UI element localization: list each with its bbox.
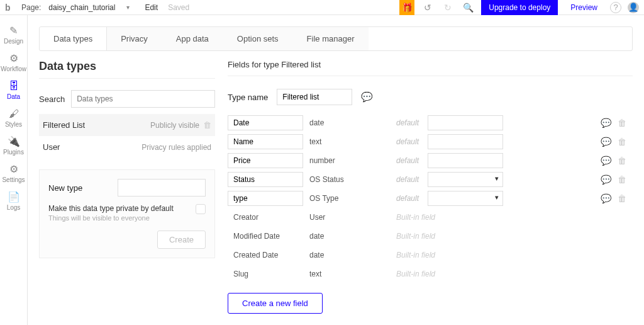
- comment-icon[interactable]: 💬: [361, 91, 373, 103]
- rail-label: Workflow: [1, 66, 26, 72]
- field-type: User: [309, 213, 396, 222]
- rail-item-plugins[interactable]: 🔌Plugins: [0, 132, 28, 160]
- page-name[interactable]: daisy_chain_tutorial: [48, 3, 115, 12]
- field-name-input[interactable]: [228, 172, 303, 187]
- create-field-button[interactable]: Create a new field: [228, 293, 323, 314]
- default-label: default: [396, 118, 428, 127]
- rail-item-logs[interactable]: 📄Logs: [0, 188, 28, 215]
- rail-label: Plugins: [3, 149, 24, 156]
- field-row: numberdefault💬🗑: [228, 152, 633, 169]
- preview-link[interactable]: Preview: [564, 3, 604, 12]
- field-type: text: [309, 137, 396, 146]
- field-type: date: [309, 232, 396, 241]
- builtin-field-row: SlugtextBuilt-in field: [228, 265, 633, 283]
- field-default-input[interactable]: [428, 115, 503, 130]
- private-checkbox[interactable]: [196, 204, 206, 214]
- search-top-icon[interactable]: 🔍: [461, 1, 475, 14]
- comment-icon[interactable]: 💬: [601, 118, 611, 128]
- type-name: Filtered List: [43, 120, 85, 130]
- rail-item-design[interactable]: ✎Design: [0, 21, 28, 49]
- rail-item-settings[interactable]: ⚙Settings: [0, 160, 28, 188]
- undo-icon[interactable]: ↺: [421, 1, 435, 14]
- redo-icon[interactable]: ↻: [441, 1, 455, 14]
- tab-data-types[interactable]: Data types: [40, 27, 107, 50]
- typename-input[interactable]: [277, 89, 352, 105]
- data-tabs: Data typesPrivacyApp dataOption setsFile…: [39, 26, 633, 51]
- field-name: Created Date: [228, 251, 309, 259]
- trash-icon[interactable]: 🗑: [618, 118, 626, 128]
- fields-title: Fields for type Filtered list: [228, 60, 633, 76]
- page-prefix: Page:: [21, 3, 41, 12]
- field-default-select[interactable]: [428, 172, 503, 187]
- edit-menu[interactable]: Edit: [145, 3, 158, 12]
- design-icon: ✎: [9, 26, 18, 36]
- field-name-input[interactable]: [228, 153, 303, 168]
- private-label: Make this data type private by default: [48, 204, 174, 213]
- builtin-field-row: Created DatedateBuilt-in field: [228, 246, 633, 264]
- create-type-button[interactable]: Create: [157, 231, 206, 249]
- new-type-input[interactable]: [118, 179, 206, 197]
- field-name: Creator: [228, 213, 309, 222]
- rail-label: Design: [4, 38, 23, 45]
- rail-item-styles[interactable]: 🖌Styles: [0, 105, 28, 132]
- field-name-input[interactable]: [228, 191, 303, 206]
- trash-icon[interactable]: 🗑: [618, 156, 626, 166]
- rail-label: Logs: [7, 204, 21, 211]
- left-rail: ✎Design⚙Workflow🗄Data🖌Styles🔌Plugins⚙Set…: [0, 15, 28, 325]
- field-default-select[interactable]: [428, 191, 503, 206]
- default-label: default: [396, 137, 428, 146]
- type-meta: Publicly visible 🗑: [150, 120, 211, 130]
- tab-file-manager[interactable]: File manager: [293, 27, 369, 50]
- builtin-label: Built-in field: [396, 251, 435, 259]
- tab-app-data[interactable]: App data: [162, 27, 223, 50]
- field-type: number: [309, 156, 396, 165]
- tab-privacy[interactable]: Privacy: [107, 27, 162, 50]
- field-type: date: [309, 118, 396, 127]
- field-type: date: [309, 251, 396, 259]
- plugins-icon: 🔌: [8, 137, 20, 147]
- comment-icon[interactable]: 💬: [601, 174, 611, 185]
- rail-label: Styles: [5, 121, 22, 128]
- typename-label: Type name: [228, 93, 268, 102]
- types-panel: Data types Search Filtered ListPublicly …: [39, 60, 215, 314]
- field-type: OS Status: [309, 175, 396, 184]
- field-name-input[interactable]: [228, 115, 303, 130]
- field-row: textdefault💬🗑: [228, 133, 633, 151]
- type-row[interactable]: Filtered ListPublicly visible 🗑: [39, 114, 215, 136]
- trash-icon[interactable]: 🗑: [618, 137, 626, 147]
- field-type: OS Type: [309, 194, 396, 203]
- rail-item-data[interactable]: 🗄Data: [0, 77, 28, 105]
- user-avatar-icon[interactable]: 👤: [628, 2, 639, 13]
- comment-icon[interactable]: 💬: [601, 137, 611, 147]
- tab-option-sets[interactable]: Option sets: [223, 27, 293, 50]
- search-input[interactable]: [71, 90, 215, 108]
- trash-icon[interactable]: 🗑: [203, 120, 211, 130]
- gift-icon[interactable]: 🎁: [399, 0, 414, 15]
- page-dropdown-icon[interactable]: ▾: [126, 4, 130, 11]
- default-label: default: [396, 194, 428, 203]
- builtin-field-row: Modified DatedateBuilt-in field: [228, 227, 633, 245]
- styles-icon: 🖌: [9, 109, 19, 119]
- settings-icon: ⚙: [9, 164, 18, 174]
- rail-label: Data: [7, 93, 20, 100]
- save-status: Saved: [168, 3, 189, 12]
- field-default-input[interactable]: [428, 153, 503, 168]
- private-sublabel: Things will be visible to everyone: [48, 214, 174, 222]
- comment-icon[interactable]: 💬: [601, 156, 611, 166]
- builtin-label: Built-in field: [396, 232, 435, 241]
- field-row: datedefault💬🗑: [228, 114, 633, 132]
- field-type: text: [309, 270, 396, 278]
- trash-icon[interactable]: 🗑: [618, 174, 626, 185]
- rail-item-workflow[interactable]: ⚙Workflow: [0, 49, 28, 77]
- trash-icon[interactable]: 🗑: [618, 193, 626, 203]
- type-meta: Privacy rules applied: [142, 143, 211, 152]
- new-type-box: New type Make this data type private by …: [39, 169, 215, 258]
- field-default-input[interactable]: [428, 134, 503, 149]
- help-icon[interactable]: ?: [610, 2, 621, 13]
- type-row[interactable]: UserPrivacy rules applied: [39, 136, 215, 158]
- field-name-input[interactable]: [228, 134, 303, 149]
- search-label: Search: [39, 94, 65, 104]
- comment-icon[interactable]: 💬: [601, 193, 611, 203]
- new-type-label: New type: [48, 183, 82, 193]
- upgrade-button[interactable]: Upgrade to deploy: [481, 0, 558, 15]
